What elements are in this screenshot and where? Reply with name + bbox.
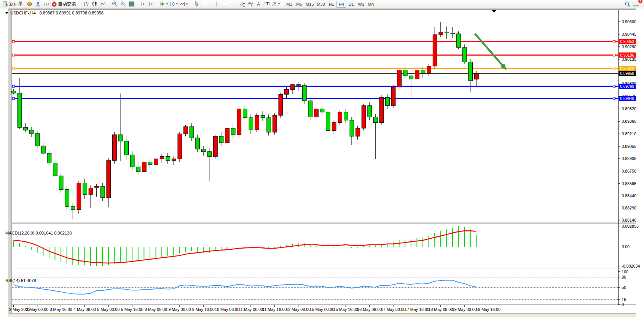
arrows-tool-button[interactable]: ▾ — [271, 0, 281, 8]
tf-h1-button[interactable]: H1 — [327, 1, 336, 8]
periods-button[interactable]: ▾ — [169, 0, 179, 8]
tf-m5-button[interactable]: M5 — [294, 1, 304, 8]
candles-layer[interactable] — [12, 22, 479, 219]
channel-tool-button[interactable]: E — [238, 0, 246, 8]
svg-text:F: F — [251, 3, 253, 7]
line-anchor[interactable] — [613, 67, 615, 70]
svg-text:0.002855: 0.002855 — [622, 224, 639, 228]
line-anchor[interactable] — [12, 97, 14, 100]
svg-text:15: 15 — [622, 297, 626, 302]
chart-shift-button[interactable] — [147, 0, 156, 8]
price-tags: 0.903530.901860.900220.899580.897990.896… — [12, 39, 636, 101]
search-button[interactable] — [623, 0, 632, 8]
text-a-icon: A — [257, 2, 260, 7]
svg-text:3 May 00:00: 3 May 00:00 — [26, 307, 48, 312]
cursor-tool-button[interactable] — [192, 0, 201, 8]
zoom-out-button[interactable] — [119, 0, 127, 8]
trendline-tool-button[interactable] — [229, 0, 238, 8]
notification-badge[interactable]: 1 — [638, 0, 643, 4]
svg-text:0.89365: 0.89365 — [622, 119, 636, 124]
line-anchor[interactable] — [613, 54, 615, 56]
time-axis[interactable]: 2 May 20233 May 00:003 May 16:004 May 08… — [9, 305, 501, 312]
autotrading-button[interactable]: 自动交易 — [50, 0, 78, 8]
toolbar-separator — [108, 1, 109, 7]
signals-button[interactable] — [42, 0, 50, 8]
down-arrow-annotation[interactable] — [475, 33, 507, 70]
indicators-button[interactable]: ▾ — [159, 0, 169, 8]
chart-line-button[interactable] — [99, 0, 107, 8]
price-axis[interactable]: 0.906000.904450.902900.901350.898300.896… — [618, 19, 640, 307]
templates-button[interactable]: ▾ — [179, 0, 189, 8]
svg-text:0.00: 0.00 — [622, 244, 630, 249]
vline-tool-button[interactable] — [212, 0, 221, 8]
chart-canvas[interactable]: 0.906000.904450.902900.901350.898300.896… — [0, 8, 644, 325]
svg-text:0.90186: 0.90186 — [620, 53, 634, 57]
svg-text:16 May 08:00: 16 May 08:00 — [357, 307, 382, 312]
rsi-levels — [12, 277, 618, 300]
chart-window[interactable]: 0.906000.904450.902900.901350.898300.896… — [0, 8, 644, 325]
svg-text:0.90353: 0.90353 — [620, 40, 634, 44]
text-tool-button[interactable]: A — [254, 0, 263, 8]
line-anchor[interactable] — [12, 85, 14, 87]
tf-m1-button[interactable]: M1 — [284, 1, 294, 8]
rsi-indicator-label: RSI(14) 51.4078 — [5, 278, 36, 283]
gold-cube-icon — [27, 1, 32, 7]
chart-shift-icon — [149, 1, 155, 7]
svg-text:100: 100 — [622, 270, 628, 274]
line-anchor[interactable] — [613, 97, 615, 100]
fibonacci-icon: F — [247, 1, 253, 7]
line-anchor[interactable] — [613, 85, 615, 87]
svg-text:0.88290: 0.88290 — [622, 206, 636, 210]
text-label-icon: T — [264, 1, 270, 7]
svg-text:5 May 00:00: 5 May 00:00 — [97, 307, 120, 312]
tile-windows-button[interactable] — [127, 0, 135, 8]
crosshair-tool-button[interactable] — [201, 0, 209, 8]
svg-text:17 May 16:00: 17 May 16:00 — [405, 307, 429, 312]
line-anchor[interactable] — [613, 41, 615, 43]
svg-text:0.89210: 0.89210 — [622, 132, 636, 136]
community-button[interactable] — [33, 0, 42, 8]
tile-windows-icon — [129, 1, 134, 7]
zoom-out-icon — [120, 1, 126, 7]
tf-m15-button[interactable]: M15 — [304, 1, 315, 8]
chart-candles-button[interactable] — [90, 0, 99, 8]
svg-text:0.88595: 0.88595 — [622, 181, 636, 186]
zoom-in-button[interactable] — [110, 0, 119, 8]
symbol-dropdown-icon[interactable] — [5, 12, 8, 14]
horizontal-line-icon — [222, 1, 228, 7]
svg-text:19 May 16:00: 19 May 16:00 — [476, 307, 501, 312]
svg-text:0.89958: 0.89958 — [620, 71, 634, 76]
candlestick-icon — [92, 1, 97, 7]
toolbar-separator — [210, 1, 211, 7]
macd-layer — [13, 226, 476, 266]
template-icon — [179, 1, 185, 7]
tf-m30-button[interactable]: M30 — [315, 1, 326, 8]
svg-text:0.90022: 0.90022 — [620, 67, 634, 71]
line-anchor[interactable] — [12, 54, 14, 56]
tf-mn-button[interactable]: MN — [366, 1, 376, 8]
tf-d1-button[interactable]: D1 — [346, 1, 356, 8]
fibonacci-tool-button[interactable]: F — [246, 0, 254, 8]
crosshair-icon — [202, 1, 208, 7]
dropdown-caret-icon: ▾ — [277, 2, 281, 6]
new-order-icon — [3, 1, 8, 7]
chart-bars-button[interactable] — [82, 0, 90, 8]
label-tool-button[interactable]: T — [263, 0, 271, 8]
toolbar-separator — [157, 1, 158, 7]
svg-text:9 May 16:00: 9 May 16:00 — [192, 307, 215, 312]
chart-title: USDCHF-,H4 0.89887 0.89991 0.89798 0.899… — [5, 11, 104, 15]
styler-button[interactable] — [25, 0, 33, 8]
line-anchor[interactable] — [12, 41, 14, 43]
search-icon — [625, 1, 631, 7]
svg-text:0.88440: 0.88440 — [622, 193, 636, 198]
tf-h4-button[interactable]: H4 — [336, 1, 346, 8]
svg-text:0.88140: 0.88140 — [622, 218, 636, 222]
auto-scroll-button[interactable] — [139, 0, 147, 8]
hline-tool-button[interactable] — [221, 0, 229, 8]
zoom-in-icon — [112, 1, 118, 7]
tf-w1-button[interactable]: W1 — [356, 1, 366, 8]
svg-text:9 May 00:00: 9 May 00:00 — [168, 307, 191, 312]
new-order-button[interactable]: 新订单 — [2, 0, 25, 8]
line-anchor[interactable] — [12, 67, 14, 70]
dropdown-caret-icon: ▾ — [185, 2, 188, 6]
